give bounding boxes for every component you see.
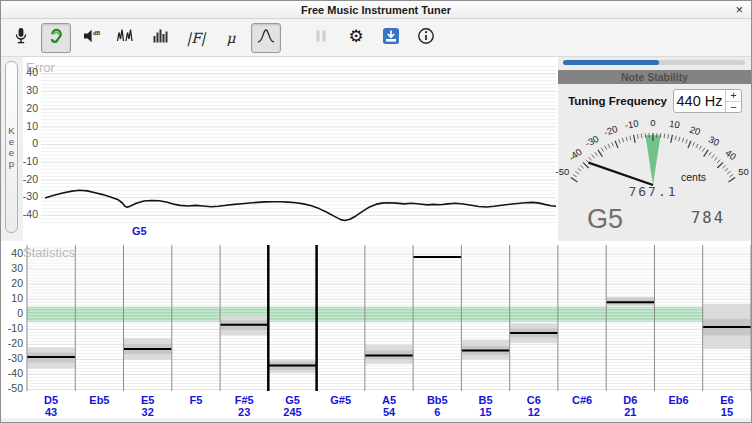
svg-text:-50: -50 xyxy=(8,382,23,394)
svg-text:-30: -30 xyxy=(23,190,38,202)
note-stats-B5 xyxy=(461,340,509,360)
keep-button-letter: K xyxy=(8,126,14,136)
note-label: Bb5 xyxy=(427,394,448,406)
note-stats-E5 xyxy=(124,338,172,359)
svg-text:⚙: ⚙ xyxy=(348,26,363,46)
speaker-icon: dB xyxy=(81,26,101,50)
svg-text:-30: -30 xyxy=(8,352,23,364)
fft-view-button[interactable]: |F| xyxy=(181,23,211,53)
microphone-button[interactable] xyxy=(6,23,36,53)
toolbar: dB|F|μ⚙ xyxy=(1,19,751,57)
window-title: Free Music Instrument Tuner xyxy=(301,4,451,16)
note-stats-G5 xyxy=(268,359,316,373)
note-label: B5 xyxy=(478,394,492,406)
settings-button[interactable]: ⚙ xyxy=(341,23,371,53)
note-label: E6 xyxy=(720,394,733,406)
pause-button xyxy=(306,23,336,53)
note-label: G5 xyxy=(285,394,300,406)
note-label: D6 xyxy=(623,394,637,406)
tuning-frequency-value[interactable]: 440 Hz xyxy=(674,90,725,112)
app-window: Free Music Instrument Tuner × dB|F|μ⚙ Ke… xyxy=(0,0,752,423)
note-count: 6 xyxy=(434,406,440,418)
note-count: 15 xyxy=(721,406,733,418)
svg-text:-10: -10 xyxy=(8,322,23,334)
svg-text:10: 10 xyxy=(11,292,23,304)
note-label: A5 xyxy=(382,394,396,406)
svg-text:20: 20 xyxy=(11,277,23,289)
about-button[interactable] xyxy=(411,23,441,53)
note-label: Eb5 xyxy=(89,394,109,406)
gear-icon: ⚙ xyxy=(346,26,366,50)
note-stats-D6 xyxy=(606,297,654,306)
target-frequency: 784 xyxy=(691,209,725,227)
svg-text:30: 30 xyxy=(707,134,721,149)
pause-icon xyxy=(311,26,331,50)
ear-icon xyxy=(46,26,66,50)
svg-text:0: 0 xyxy=(17,307,23,319)
svg-text:20: 20 xyxy=(688,124,701,138)
keep-button[interactable]: Keep xyxy=(5,61,18,233)
gauge-needle xyxy=(589,163,654,185)
harmonics-view-button[interactable] xyxy=(146,23,176,53)
microtonal-view-button[interactable]: μ xyxy=(216,23,246,53)
mic-icon xyxy=(11,26,31,50)
note-label: C6 xyxy=(527,394,541,406)
note-count: 54 xyxy=(383,406,396,418)
statistics-chart[interactable]: Statistics403020100-10-20-30-40-50D543Eb… xyxy=(1,241,751,422)
note-stats-F#5 xyxy=(220,316,268,336)
note-stats-C6 xyxy=(510,323,558,343)
measured-frequency: 767.1 xyxy=(578,184,728,199)
note-label: G#5 xyxy=(330,394,351,406)
note-count: 32 xyxy=(142,406,154,418)
svg-text:-20: -20 xyxy=(603,123,619,138)
svg-text:30: 30 xyxy=(26,84,38,96)
save-button[interactable] xyxy=(376,23,406,53)
note-stability-header: Note Stability xyxy=(558,70,751,84)
note-stability-progress xyxy=(563,60,745,65)
svg-text:-10: -10 xyxy=(23,155,38,167)
bell-icon xyxy=(256,26,276,50)
error-chart[interactable]: Error403020100-10-20-30-40G5 xyxy=(23,57,558,241)
audio-feedback-button[interactable] xyxy=(41,23,71,53)
note-count: 245 xyxy=(283,406,301,418)
svg-text:40: 40 xyxy=(11,247,23,259)
svg-text:-40: -40 xyxy=(566,146,584,163)
svg-text:-20: -20 xyxy=(23,173,38,185)
titlebar[interactable]: Free Music Instrument Tuner × xyxy=(1,1,751,19)
svg-text:0: 0 xyxy=(32,137,38,149)
note-label: E5 xyxy=(141,394,154,406)
keep-button-letter: e xyxy=(9,148,14,158)
svg-text:-20: -20 xyxy=(8,337,23,349)
note-count: 43 xyxy=(45,406,57,418)
svg-text:0: 0 xyxy=(650,117,655,128)
note-axis-labels: D543Eb5E532F5F#523G5245G#5A554Bb56B515C6… xyxy=(44,394,734,418)
tuning-frequency-spinbox[interactable]: 440 Hz + − xyxy=(673,89,742,113)
statistics-chart-title: Statistics xyxy=(23,245,76,260)
spin-up-button[interactable]: + xyxy=(726,90,741,102)
note-label: F#5 xyxy=(235,394,254,406)
svg-text:dB: dB xyxy=(93,30,100,36)
svg-text:40: 40 xyxy=(26,66,38,78)
waveform-view-button[interactable] xyxy=(111,23,141,53)
svg-text:-10: -10 xyxy=(624,118,639,131)
microtonal-view-icon: μ xyxy=(226,30,235,46)
note-stats-D5 xyxy=(27,347,75,368)
note-count: 21 xyxy=(624,406,636,418)
error-note-label: G5 xyxy=(132,225,147,237)
close-button[interactable]: × xyxy=(735,1,743,19)
current-note: G5 xyxy=(587,204,623,235)
spin-buttons: + − xyxy=(725,90,741,112)
statistics-view-button[interactable] xyxy=(251,23,281,53)
error-history-line xyxy=(45,190,556,220)
note-stability-panel: Note Stability Tuning Frequency 440 Hz +… xyxy=(558,57,751,241)
record-icon xyxy=(381,26,401,50)
keep-button-letter: p xyxy=(9,159,14,169)
tuning-frequency-label: Tuning Frequency xyxy=(568,95,667,107)
info-icon xyxy=(416,26,436,50)
volume-button[interactable]: dB xyxy=(76,23,106,53)
note-label: Eb6 xyxy=(669,394,689,406)
error-panel-left-strip: Keep xyxy=(1,57,23,241)
note-label: F5 xyxy=(189,394,202,406)
keep-button-letter: e xyxy=(9,137,14,147)
in-tune-wedge xyxy=(645,135,660,185)
